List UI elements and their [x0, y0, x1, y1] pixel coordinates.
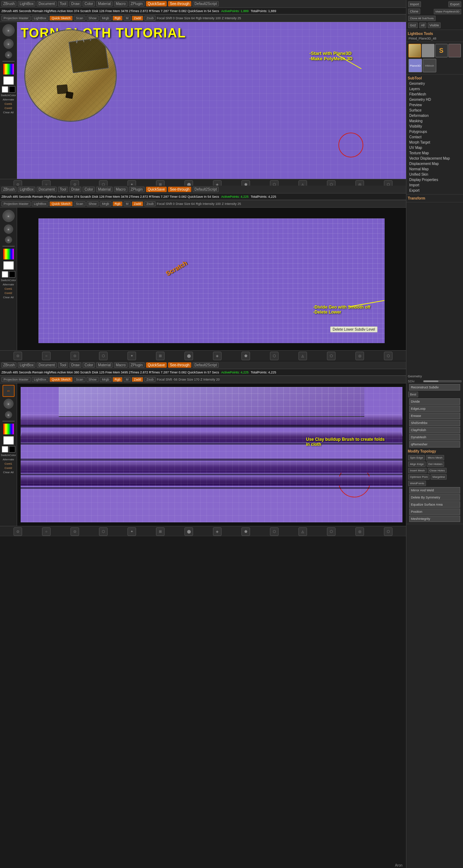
delete-lower-btn-label[interactable]: Delete Lower Subdiv Level — [330, 326, 378, 332]
menu-document-3[interactable]: Document — [37, 362, 57, 368]
surface-item[interactable]: Surface — [408, 108, 462, 113]
go2-btn[interactable]: Go2 — [408, 22, 418, 28]
optimize-pom-btn[interactable]: Optimize Pom — [408, 474, 430, 480]
bottom-icon-3-8[interactable]: ◈ — [213, 527, 222, 536]
bottom-icon-2-8[interactable]: ◈ — [213, 352, 222, 360]
mrgb-btn-3[interactable]: Mrgb — [100, 377, 111, 382]
bottom-icon-3-4[interactable]: ⬡ — [99, 527, 108, 536]
menu-material-2[interactable]: Material — [96, 187, 113, 192]
menu-color[interactable]: Color — [83, 1, 95, 6]
scan-btn[interactable]: Scan — [74, 16, 85, 21]
all-btn[interactable]: All — [419, 22, 426, 28]
viewport-2[interactable]: -Divide Geo with Smooth off -Delete Lowe… — [17, 208, 406, 350]
transform-title[interactable]: Transform — [408, 196, 462, 201]
thumb-cloth[interactable] — [409, 44, 421, 57]
menu-macro-3[interactable]: Macro — [114, 362, 128, 368]
vector-disp-item[interactable]: Vector Displacement Map — [408, 156, 462, 161]
bottom-icon-2-2[interactable]: ○ — [42, 352, 51, 360]
eq-surface-btn[interactable]: Equalize Surface Area — [409, 501, 460, 508]
menu-macro[interactable]: Macro — [114, 1, 128, 6]
thumb-erase[interactable] — [448, 44, 461, 57]
dynamesh2-btn[interactable]: DynaMesh — [409, 434, 460, 440]
texture-map-item[interactable]: Texture Map — [408, 150, 462, 156]
clay-buildup-icon[interactable]: ✏ — [2, 385, 15, 397]
visibility-item[interactable]: Visibility — [408, 124, 462, 129]
mesh-integrity-btn[interactable]: MeshIntegrity — [409, 516, 460, 522]
seethrough-btn[interactable]: See-through — [168, 1, 191, 6]
menu-document-2[interactable]: Document — [37, 187, 57, 192]
spin-edge-btn[interactable]: Spin Edge — [408, 455, 425, 460]
contact-item[interactable]: Contact — [408, 134, 462, 140]
zsub-btn-3[interactable]: Zsub — [144, 377, 156, 382]
bottom-icon-2-11[interactable]: ◬ — [298, 352, 307, 360]
menu-material-3[interactable]: Material — [96, 362, 113, 368]
bottom-icon-2-4[interactable]: ⬡ — [99, 352, 108, 360]
viewport-3[interactable]: Use Clay buildup Brush to create folds i… — [17, 383, 406, 526]
zadd-btn[interactable]: Zadd — [132, 16, 144, 21]
menu-draw-3[interactable]: Draw — [69, 362, 81, 368]
thumb-zbrush-s[interactable]: S — [435, 44, 448, 57]
show-btn-2[interactable]: Show — [87, 201, 99, 206]
viewport1-bg[interactable]: Torn Cloth Tutorial — [17, 22, 406, 179]
fibermesh-item[interactable]: FiberMesh — [408, 92, 462, 97]
bottom-icon-3-2[interactable]: ○ — [42, 527, 51, 536]
clone-btn[interactable]: Clone — [408, 9, 420, 14]
brush-sphere-2-2[interactable]: ● — [4, 224, 13, 234]
defaultzscript-btn-3[interactable]: Default2Script — [193, 362, 219, 368]
menu-tool[interactable]: Tool — [58, 1, 68, 6]
best-btn[interactable]: Best — [408, 392, 418, 397]
thumb-plane3d[interactable]: Plane3D — [409, 59, 422, 72]
zadd-btn-2[interactable]: Zadd — [132, 201, 144, 206]
qremesher-btn[interactable]: qRemesher — [409, 441, 460, 448]
fg-color[interactable] — [2, 86, 8, 93]
lightbox-btn[interactable]: LightBox — [32, 16, 48, 21]
bottom-icon-3-9[interactable]: ⬟ — [241, 527, 250, 536]
menu-zplugin-3[interactable]: ZPlugin — [129, 362, 145, 368]
clear-all-label[interactable]: Clear All — [3, 111, 14, 114]
subtool-title[interactable]: SubTool — [408, 76, 462, 81]
projection-master-btn-3[interactable]: Projection Master — [1, 377, 31, 382]
del-hidden2-btn[interactable]: Del Hidden — [427, 461, 444, 467]
projection-master-btn[interactable]: Projection Master — [1, 16, 31, 21]
menu-draw[interactable]: Draw — [69, 1, 81, 6]
fg-color-3[interactable] — [2, 446, 8, 453]
seethrough-btn-3[interactable]: See-through — [168, 362, 191, 368]
export-item[interactable]: Export — [408, 188, 462, 193]
reconstruct-subdiv-btn[interactable]: Reconstruct Subdiv — [409, 384, 460, 391]
modify-topo-title[interactable]: Modify Topology — [408, 449, 462, 454]
bottom-icon-2-12[interactable]: ⬠ — [327, 352, 335, 360]
bottom-icon-2-10[interactable]: ⬡ — [270, 352, 279, 360]
bottom-icon-2-14[interactable]: ⬡ — [384, 352, 392, 360]
brush-sphere-2-1[interactable]: ● — [2, 210, 15, 222]
scan-btn-2[interactable]: Scan — [74, 201, 85, 206]
mirror-weld-btn[interactable]: Mirror And Weld — [409, 487, 460, 494]
insert-mesh-btn[interactable]: Insert Mesh — [408, 468, 427, 473]
weld-points-btn[interactable]: WeldPoints — [408, 481, 426, 486]
bottom-icon-2-5[interactable]: ✦ — [128, 352, 136, 360]
micro-mesh-btn[interactable]: Micro Mesh — [426, 455, 444, 460]
unified-skin-item[interactable]: Unified Skin — [408, 172, 462, 177]
menu-zplugin[interactable]: ZPlugin — [129, 1, 145, 6]
scan-btn-3[interactable]: Scan — [74, 377, 85, 382]
quick-sketch-btn-2[interactable]: Quick Sketch — [50, 201, 73, 206]
rgb-btn-2[interactable]: Rgb — [113, 201, 123, 206]
deformation-item[interactable]: Deformation — [408, 113, 462, 118]
menu-color-2[interactable]: Color — [83, 187, 95, 192]
shdsmthbx-btn[interactable]: ShdSmthbx — [409, 420, 460, 426]
morph-target-item[interactable]: Morph Target — [408, 140, 462, 145]
thumb-plain[interactable] — [422, 44, 434, 57]
preview-item[interactable]: Preview — [408, 102, 462, 108]
m-btn-2[interactable]: M — [124, 201, 131, 206]
bottom-icon-2-9[interactable]: ⬟ — [241, 352, 250, 360]
quicksave-btn-3[interactable]: QuickSave — [146, 362, 167, 368]
color-gradient-1[interactable] — [3, 64, 14, 74]
layers-item[interactable]: Layers — [408, 86, 462, 92]
brush-sphere-3-1[interactable]: ● — [4, 399, 14, 409]
bg-color-2[interactable] — [9, 271, 15, 278]
menu-tool-2[interactable]: Tool — [58, 187, 68, 192]
export-btn[interactable]: Export — [448, 1, 461, 7]
rgb-btn-3[interactable]: Rgb — [113, 377, 123, 382]
color-swatch-white-3[interactable] — [3, 436, 14, 445]
divide-btn[interactable]: Divide — [409, 398, 460, 405]
close-holes-btn[interactable]: Close Holes — [428, 468, 447, 473]
